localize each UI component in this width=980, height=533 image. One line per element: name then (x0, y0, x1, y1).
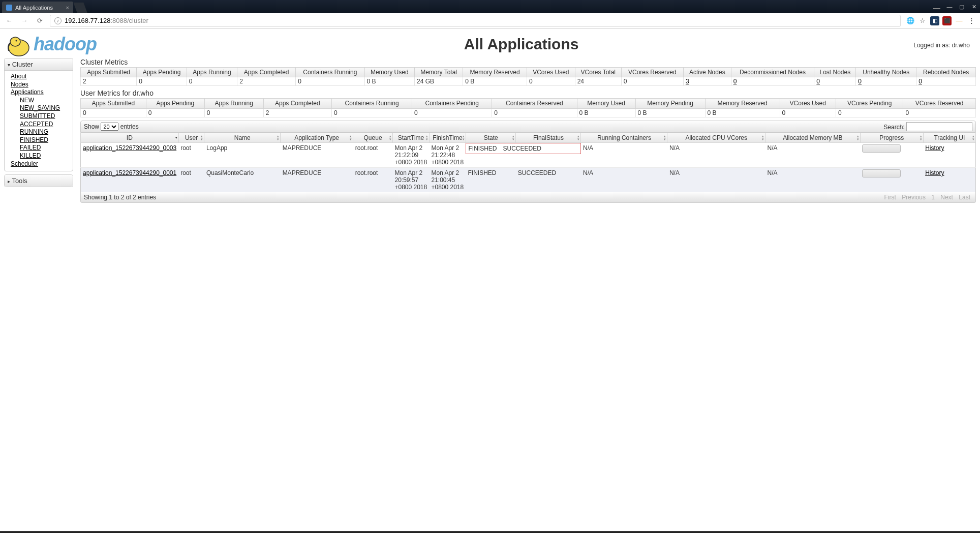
col-finish[interactable]: FinishTime▴▾ (429, 133, 466, 142)
cell-finish: Mon Apr 2 21:22:48 +0800 2018 (429, 143, 466, 168)
sidebar-state-running[interactable]: RUNNING (20, 128, 70, 136)
col-u-apps-completed[interactable]: Apps Completed (263, 99, 331, 108)
val-rebooted[interactable]: 0 (918, 78, 922, 85)
browser-tab[interactable]: All Applications × (2, 2, 73, 13)
sidebar-state-failed[interactable]: FAILED (20, 144, 70, 152)
tracking-link[interactable]: History (925, 169, 944, 176)
close-icon[interactable]: × (66, 5, 69, 11)
menu-icon[interactable]: ⋮ (967, 16, 976, 25)
col-vcores-reserved[interactable]: VCores Reserved (621, 68, 683, 77)
app-id-link[interactable]: application_1522673944290_0003 (83, 144, 176, 152)
col-decommissioned[interactable]: Decommissioned Nodes (731, 68, 814, 77)
col-u-containers-running[interactable]: Containers Running (331, 99, 412, 108)
new-tab-button[interactable] (73, 3, 87, 13)
col-name[interactable]: Name▴▾ (204, 133, 281, 142)
sidebar-state-finished[interactable]: FINISHED (20, 136, 70, 144)
page-number[interactable]: 1 (931, 194, 935, 201)
col-u-vcores-pending[interactable]: VCores Pending (836, 99, 903, 108)
col-user[interactable]: User▴▾ (178, 133, 204, 142)
forward-icon[interactable]: → (19, 16, 29, 26)
col-memory-total[interactable]: Memory Total (415, 68, 463, 77)
col-vcores-used[interactable]: VCores Used (527, 68, 575, 77)
col-u-containers-pending[interactable]: Containers Pending (412, 99, 492, 108)
col-u-apps-running[interactable]: Apps Running (204, 99, 263, 108)
extension3-icon[interactable]: — (955, 16, 964, 25)
hadoop-logo[interactable]: hadoop (5, 31, 129, 58)
col-u-apps-pending[interactable]: Apps Pending (146, 99, 204, 108)
col-apps-pending[interactable]: Apps Pending (137, 68, 187, 77)
maximize-icon[interactable]: ▢ (956, 2, 968, 11)
pagination: First Previous 1 Next Last (882, 194, 972, 201)
col-tracking[interactable]: Tracking UI▴▾ (923, 133, 975, 142)
sidebar-link-about[interactable]: About (11, 73, 70, 81)
col-alloc-cpu[interactable]: Allocated CPU VCores▴▾ (667, 133, 765, 142)
close-window-icon[interactable]: ✕ (968, 2, 980, 11)
val-lost-nodes[interactable]: 0 (816, 78, 820, 85)
app-id-link[interactable]: application_1522673944290_0001 (83, 169, 176, 176)
col-running-containers[interactable]: Running Containers▴▾ (581, 133, 667, 142)
page-next[interactable]: Next (940, 194, 953, 201)
logged-in-label: Logged in as: dr.who (913, 40, 975, 49)
back-icon[interactable]: ← (4, 16, 14, 26)
col-progress[interactable]: Progress▴▾ (860, 133, 923, 142)
col-memory-reserved[interactable]: Memory Reserved (463, 68, 527, 77)
col-unhealthy[interactable]: Unhealthy Nodes (856, 68, 916, 77)
page-last[interactable]: Last (959, 194, 970, 201)
sidebar-link-applications[interactable]: Applications (11, 88, 70, 97)
sidebar-state-submitted[interactable]: SUBMITTED (20, 112, 70, 121)
sidebar-state-new-saving[interactable]: NEW_SAVING (20, 104, 70, 112)
sidebar-cluster-head[interactable]: ▾ Cluster (5, 58, 73, 71)
cell-start: Mon Apr 2 21:22:09 +0800 2018 (392, 143, 429, 168)
translate-icon[interactable]: 🌐 (906, 16, 915, 25)
col-u-apps-submitted[interactable]: Apps Submitted (81, 99, 146, 108)
col-app-type[interactable]: Application Type▴▾ (281, 133, 353, 142)
val-decommissioned[interactable]: 0 (733, 78, 737, 85)
minimize-icon[interactable]: — (943, 2, 956, 11)
col-apps-submitted[interactable]: Apps Submitted (81, 68, 137, 77)
col-u-containers-reserved[interactable]: Containers Reserved (492, 99, 577, 108)
col-lost-nodes[interactable]: Lost Nodes (814, 68, 856, 77)
col-final-status[interactable]: FinalStatus▴▾ (516, 133, 581, 142)
tracking-link[interactable]: History (925, 144, 944, 152)
info-icon[interactable]: i (54, 17, 62, 24)
sidebar-state-new[interactable]: NEW (20, 97, 70, 105)
col-alloc-mem[interactable]: Allocated Memory MB▴▾ (765, 133, 861, 142)
sidebar-state-killed[interactable]: KILLED (20, 152, 70, 160)
col-u-vcores-reserved[interactable]: VCores Reserved (903, 99, 976, 108)
col-u-vcores-used[interactable]: VCores Used (780, 99, 836, 108)
page-size-select[interactable]: 20 (101, 123, 118, 131)
col-vcores-total[interactable]: VCores Total (575, 68, 621, 77)
url-field[interactable]: i 192.168.77.128:8088/cluster (50, 15, 901, 27)
col-start[interactable]: StartTime▴▾ (392, 133, 429, 142)
sidebar-state-accepted[interactable]: ACCEPTED (20, 121, 70, 129)
svg-point-2 (16, 40, 17, 42)
col-containers-running[interactable]: Containers Running (296, 68, 364, 77)
col-u-memory-reserved[interactable]: Memory Reserved (705, 99, 780, 108)
col-rebooted[interactable]: Rebooted Nodes (916, 68, 976, 77)
bookmark-icon[interactable]: ☆ (918, 16, 927, 25)
window-controls: — ▢ ✕ (930, 2, 980, 11)
col-queue[interactable]: Queue▴▾ (353, 133, 393, 142)
page-first[interactable]: First (884, 194, 896, 201)
page-previous[interactable]: Previous (902, 194, 926, 201)
col-u-memory-used[interactable]: Memory Used (577, 99, 635, 108)
val-unhealthy[interactable]: 0 (858, 78, 862, 85)
url-actions: 🌐 ☆ ◧ ⬛ — ⋮ (906, 16, 976, 25)
col-active-nodes[interactable]: Active Nodes (683, 68, 731, 77)
col-id[interactable]: ID▾ (81, 133, 179, 142)
col-apps-completed[interactable]: Apps Completed (237, 68, 296, 77)
sidebar-link-scheduler[interactable]: Scheduler (11, 160, 70, 168)
col-apps-running[interactable]: Apps Running (187, 68, 237, 77)
col-memory-used[interactable]: Memory Used (364, 68, 414, 77)
col-state[interactable]: State▴▾ (466, 133, 515, 142)
extension1-icon[interactable]: ◧ (930, 16, 939, 25)
window-dropdown-icon[interactable] (933, 4, 940, 9)
search-input[interactable] (906, 122, 972, 131)
logo-text: hadoop (34, 34, 97, 55)
extension2-icon[interactable]: ⬛ (942, 16, 952, 25)
col-u-memory-pending[interactable]: Memory Pending (635, 99, 705, 108)
val-active-nodes[interactable]: 3 (686, 78, 689, 85)
sidebar-link-nodes[interactable]: Nodes (11, 81, 70, 89)
sidebar-tools-head[interactable]: ▸ Tools (5, 175, 73, 187)
reload-icon[interactable]: ⟳ (35, 16, 45, 26)
